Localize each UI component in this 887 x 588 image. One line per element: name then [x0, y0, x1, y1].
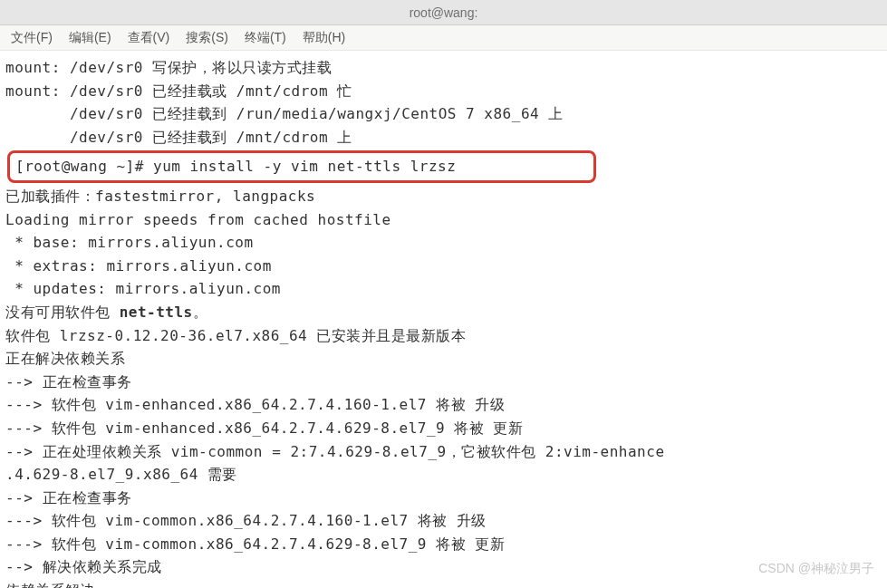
terminal-line: /dev/sr0 已经挂载到 /run/media/wangxj/CentOS …: [5, 102, 882, 126]
terminal-line: mount: /dev/sr0 写保护，将以只读方式挂载: [5, 56, 882, 80]
terminal-line: /dev/sr0 已经挂载到 /mnt/cdrom 上: [5, 126, 882, 149]
menu-terminal[interactable]: 终端(T): [245, 30, 286, 46]
terminal-output[interactable]: mount: /dev/sr0 写保护，将以只读方式挂载 mount: /dev…: [0, 51, 887, 588]
terminal-line: 已加载插件：fastestmirror, langpacks: [5, 185, 882, 208]
menubar: 文件(F) 编辑(E) 查看(V) 搜索(S) 终端(T) 帮助(H): [0, 25, 887, 51]
terminal-line: Loading mirror speeds from cached hostfi…: [5, 208, 882, 232]
command-prompt-line: [root@wang ~]# yum install -y vim net-tt…: [15, 158, 456, 175]
highlighted-command-box: [root@wang ~]# yum install -y vim net-tt…: [7, 150, 596, 183]
terminal-line: 没有可用软件包 net-ttls。: [5, 301, 882, 324]
terminal-line: 依赖关系解决: [5, 579, 882, 588]
window-title: root@wang:: [410, 5, 478, 20]
terminal-line: * base: mirrors.aliyun.com: [5, 231, 882, 255]
bold-package-name: net-ttls: [120, 304, 193, 321]
terminal-line: ---> 软件包 vim-enhanced.x86_64.2.7.4.629-8…: [5, 417, 882, 440]
terminal-line: --> 正在处理依赖关系 vim-common = 2:7.4.629-8.el…: [5, 440, 882, 464]
window-titlebar: root@wang:: [0, 0, 887, 25]
menu-view[interactable]: 查看(V): [128, 30, 170, 46]
terminal-line: .4.629-8.el7_9.x86_64 需要: [5, 463, 882, 487]
terminal-line: --> 正在检查事务: [5, 487, 882, 510]
terminal-line: --> 正在检查事务: [5, 371, 882, 394]
terminal-line: 软件包 lrzsz-0.12.20-36.el7.x86_64 已安装并且是最新…: [5, 324, 882, 348]
menu-edit[interactable]: 编辑(E): [69, 30, 111, 46]
menu-search[interactable]: 搜索(S): [186, 30, 228, 46]
menu-help[interactable]: 帮助(H): [303, 30, 345, 46]
terminal-line: ---> 软件包 vim-enhanced.x86_64.2.7.4.160-1…: [5, 393, 882, 417]
terminal-line: * extras: mirrors.aliyun.com: [5, 255, 882, 278]
menu-file[interactable]: 文件(F): [11, 30, 53, 46]
terminal-line: 正在解决依赖关系: [5, 347, 882, 371]
terminal-line: * updates: mirrors.aliyun.com: [5, 277, 882, 301]
terminal-line: mount: /dev/sr0 已经挂载或 /mnt/cdrom 忙: [5, 80, 882, 103]
terminal-line: ---> 软件包 vim-common.x86_64.2.7.4.160-1.e…: [5, 509, 882, 533]
terminal-line: --> 解决依赖关系完成: [5, 555, 882, 579]
terminal-line: ---> 软件包 vim-common.x86_64.2.7.4.629-8.e…: [5, 533, 882, 556]
